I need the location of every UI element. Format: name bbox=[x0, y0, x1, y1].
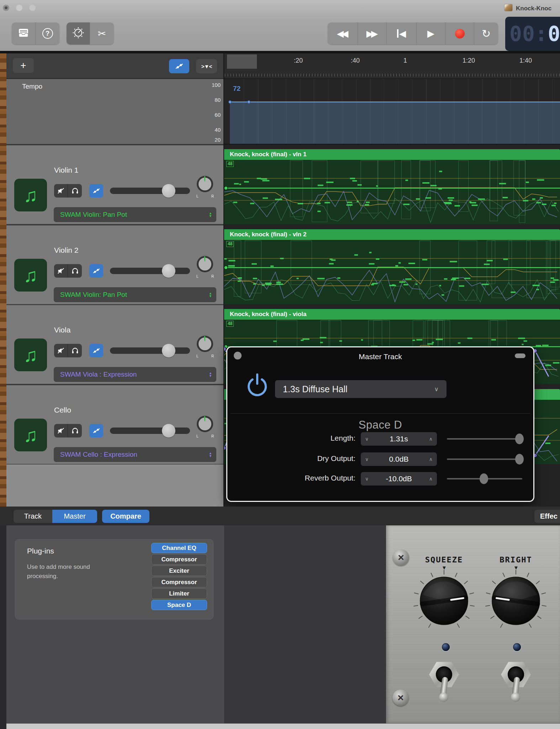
slider-thumb[interactable] bbox=[515, 434, 524, 444]
power-button[interactable] bbox=[246, 373, 269, 397]
dry-output-slider[interactable] bbox=[447, 458, 522, 460]
tempo-node[interactable] bbox=[247, 100, 250, 104]
header-timeline-divider[interactable] bbox=[223, 53, 224, 507]
plugin-slot-channel-eq[interactable]: Channel EQ bbox=[151, 543, 207, 553]
record-button[interactable] bbox=[445, 22, 474, 44]
pan-knob[interactable] bbox=[197, 256, 213, 272]
reverb-output-slider[interactable] bbox=[447, 478, 522, 479]
cycle-button[interactable]: ↻ bbox=[474, 22, 498, 44]
volume-slider[interactable] bbox=[110, 268, 190, 274]
pan-knob[interactable] bbox=[197, 336, 213, 352]
track-automation-button[interactable] bbox=[89, 184, 103, 198]
play-button[interactable]: ▶ bbox=[417, 22, 445, 44]
add-track-button[interactable]: + bbox=[13, 58, 34, 73]
zoom-window-button[interactable] bbox=[29, 5, 36, 11]
solo-button[interactable] bbox=[68, 264, 82, 278]
automation-param-dropdown[interactable]: SWAM Cello : Expression ▲▼ bbox=[54, 447, 216, 462]
tempo-automation-lane[interactable]: 72 bbox=[223, 79, 560, 145]
region-vln1[interactable]: Knock, knock (final) - vln 1 48 bbox=[223, 149, 560, 224]
close-window-button[interactable] bbox=[3, 5, 9, 11]
mute-button[interactable] bbox=[54, 184, 68, 198]
bottom-scroll-strip[interactable] bbox=[6, 723, 560, 729]
dry-output-stepper[interactable]: ∨ 0.0dB ∧ bbox=[361, 452, 437, 466]
plugin-slot-space-d[interactable]: Space D bbox=[151, 600, 207, 610]
compare-button[interactable]: Compare bbox=[102, 510, 149, 523]
reverb-output-stepper[interactable]: ∨ -10.0dB ∧ bbox=[361, 472, 437, 486]
switch-lever-tip[interactable] bbox=[439, 693, 448, 702]
track-header-cello[interactable]: Cello ♫ L R SWAM Cello : Expression ▲▼ bbox=[6, 385, 223, 465]
panel-disclosure-button[interactable] bbox=[515, 353, 525, 358]
rewind-button[interactable]: ◀◀ bbox=[328, 22, 358, 44]
length-stepper[interactable]: ∨ 1.31s ∧ bbox=[361, 432, 437, 446]
plugin-slot-limiter[interactable]: Limiter bbox=[151, 588, 207, 599]
track-header-violin1[interactable]: Violin 1 ♫ L R SWAM Violin: Pan Pot ▲▼ bbox=[6, 145, 223, 225]
region-header[interactable]: Knock, knock (final) - viola bbox=[223, 309, 560, 320]
tempo-track-header[interactable]: Tempo 100 80 60 40 20 bbox=[6, 79, 223, 145]
mute-button[interactable] bbox=[54, 264, 68, 278]
effects-button[interactable]: Effec bbox=[534, 510, 560, 523]
solo-button[interactable] bbox=[68, 424, 82, 437]
volume-thumb[interactable] bbox=[162, 184, 175, 198]
switch-lever-tip[interactable] bbox=[511, 693, 520, 702]
region-content[interactable]: 48 bbox=[223, 240, 560, 304]
bright-knob[interactable] bbox=[482, 567, 550, 635]
bright-toggle-switch[interactable] bbox=[501, 661, 531, 704]
slider-thumb[interactable] bbox=[515, 454, 524, 465]
preset-dropdown[interactable]: 1.3s Diffuse Hall ∨ bbox=[275, 380, 447, 398]
volume-thumb[interactable] bbox=[162, 424, 175, 437]
volume-slider[interactable] bbox=[110, 428, 190, 434]
lcd-display[interactable]: 00:0 bbox=[505, 17, 560, 51]
mute-button[interactable] bbox=[54, 344, 68, 357]
volume-slider[interactable] bbox=[110, 347, 190, 354]
region-content[interactable]: 48 bbox=[223, 160, 560, 224]
pan-knob[interactable] bbox=[197, 176, 213, 192]
plugin-slot-compressor-1[interactable]: Compressor bbox=[151, 554, 207, 565]
automation-param-dropdown[interactable]: SWAM Violin: Pan Pot ▲▼ bbox=[54, 207, 216, 222]
volume-thumb[interactable] bbox=[162, 344, 175, 357]
minimize-window-button[interactable] bbox=[16, 5, 22, 11]
tempo-automation-line[interactable] bbox=[230, 101, 560, 103]
track-header-viola[interactable]: Viola ♫ L R SWAM Viola : Expression ▲▼ bbox=[6, 305, 223, 384]
squeeze-knob[interactable] bbox=[410, 567, 478, 635]
plugins-panel: Plug-ins Use to add more sound processin… bbox=[15, 539, 213, 619]
catch-playhead-button[interactable]: >▼< bbox=[196, 59, 217, 73]
track-automation-button[interactable] bbox=[89, 344, 103, 357]
slider-thumb[interactable] bbox=[480, 473, 488, 484]
region-header[interactable]: Knock, knock (final) - vln 1 bbox=[223, 149, 560, 160]
mute-button[interactable] bbox=[54, 424, 68, 437]
automation-param-dropdown[interactable]: SWAM Violin: Pan Pot ▲▼ bbox=[54, 287, 216, 302]
quick-help-button[interactable]: ? bbox=[36, 22, 59, 44]
master-track-panel[interactable]: Master Track 1.3s Diffuse Hall ∨ Space D… bbox=[226, 346, 534, 502]
automation-param-dropdown[interactable]: SWAM Viola : Expression ▲▼ bbox=[54, 367, 216, 382]
squeeze-toggle-switch[interactable] bbox=[429, 661, 459, 704]
solo-button[interactable] bbox=[68, 344, 82, 357]
library-button[interactable] bbox=[12, 22, 36, 44]
time-ruler[interactable]: :20 :40 1 1:20 1:40 bbox=[223, 53, 560, 79]
length-slider[interactable] bbox=[447, 438, 522, 440]
track-automation-button[interactable] bbox=[89, 264, 103, 278]
plugin-slot-exciter[interactable]: Exciter bbox=[151, 566, 207, 576]
fast-forward-button[interactable]: ▶▶ bbox=[358, 22, 387, 44]
volume-thumb[interactable] bbox=[162, 264, 175, 278]
region-vln2[interactable]: Knock, knock (final) - vln 2 48 bbox=[223, 229, 560, 304]
editors-button[interactable]: ✂ bbox=[90, 22, 114, 44]
region-header[interactable]: Knock, knock (final) - vln 2 bbox=[223, 229, 560, 240]
stepper-up-icon[interactable]: ∧ bbox=[426, 436, 433, 442]
tempo-node[interactable] bbox=[228, 100, 232, 104]
go-to-beginning-button[interactable]: ◀ bbox=[387, 22, 417, 44]
automation-toggle-button[interactable] bbox=[169, 59, 189, 73]
stepper-up-icon[interactable]: ∧ bbox=[426, 476, 433, 482]
solo-button[interactable] bbox=[68, 184, 82, 198]
tab-track[interactable]: Track bbox=[14, 510, 52, 523]
tab-master[interactable]: Master bbox=[52, 510, 97, 523]
smart-controls-button[interactable] bbox=[67, 22, 90, 44]
stepper-down-icon[interactable]: ∨ bbox=[365, 436, 372, 442]
track-header-violin2[interactable]: Violin 2 ♫ L R SWAM Violin: Pan Pot ▲▼ bbox=[6, 225, 223, 305]
track-automation-button[interactable] bbox=[89, 424, 103, 437]
pan-knob[interactable] bbox=[197, 416, 213, 432]
stepper-up-icon[interactable]: ∧ bbox=[426, 456, 433, 462]
stepper-down-icon[interactable]: ∨ bbox=[365, 456, 372, 462]
plugin-slot-compressor-2[interactable]: Compressor bbox=[151, 577, 207, 587]
stepper-down-icon[interactable]: ∨ bbox=[365, 476, 372, 482]
volume-slider[interactable] bbox=[110, 188, 190, 194]
